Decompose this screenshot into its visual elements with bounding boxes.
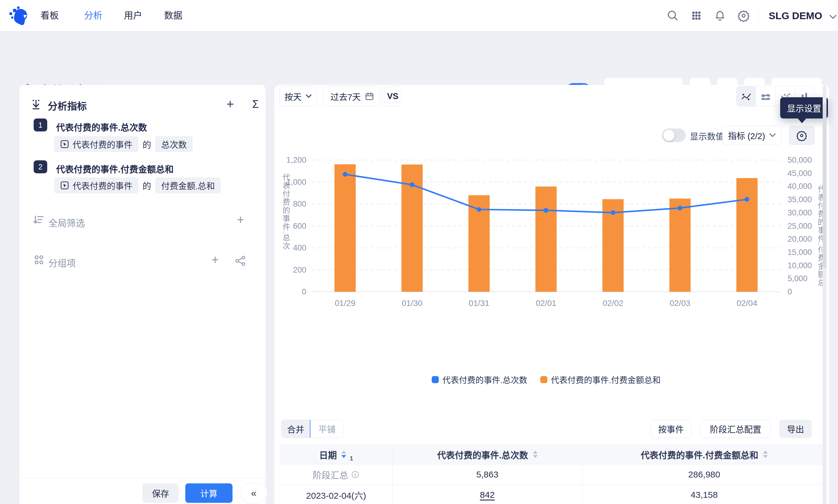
conjunction-text: 的 bbox=[142, 179, 151, 192]
table-header-row: 日期 1 代表付费的事件.总次数 代表付费的事件.付费金额总和 bbox=[280, 445, 826, 465]
settings-tooltip-arrow bbox=[797, 118, 807, 123]
svg-text:40,000: 40,000 bbox=[788, 182, 812, 191]
metric-definition-row: 代表付费的事件 的 总次数 bbox=[54, 136, 193, 152]
svg-text:02/01: 02/01 bbox=[535, 299, 556, 308]
chart-panel: 按天 过去7天 VS 显示设置 显示数值 bbox=[274, 85, 829, 504]
granularity-value: 按天 bbox=[285, 90, 302, 103]
chart-type-line-scatter[interactable] bbox=[736, 86, 756, 106]
svg-text:1,200: 1,200 bbox=[286, 156, 306, 164]
measure-chip[interactable]: 付费金额.总和 bbox=[155, 177, 221, 193]
display-settings-gear-icon bbox=[796, 129, 808, 141]
date-cell: 2023-02-04(六) bbox=[280, 485, 392, 504]
calendar-icon bbox=[365, 92, 374, 101]
count-cell: 842 bbox=[392, 485, 582, 504]
svg-text:5,000: 5,000 bbox=[788, 274, 808, 283]
metric-name[interactable]: 代表付费的事件.付费金额总和 bbox=[56, 162, 173, 175]
show-values-toggle[interactable] bbox=[662, 128, 686, 142]
share-group-icon[interactable] bbox=[235, 255, 246, 267]
chevron-down-icon bbox=[306, 94, 312, 98]
svg-text:20,000: 20,000 bbox=[788, 235, 812, 244]
svg-text:02/02: 02/02 bbox=[602, 299, 623, 308]
sort-icons bbox=[533, 451, 537, 458]
settings-gear-icon[interactable] bbox=[737, 9, 750, 22]
calculate-button[interactable]: 计算 bbox=[185, 483, 233, 503]
measure-chip-label: 付费金额.总和 bbox=[161, 179, 215, 192]
page-scrollbar[interactable] bbox=[823, 86, 826, 504]
app-logo-icon[interactable] bbox=[9, 5, 30, 26]
tab-flat[interactable]: 平铺 bbox=[310, 420, 343, 438]
nav-item-analysis[interactable]: 分析 bbox=[84, 0, 102, 31]
group-by-label: 分组项 bbox=[48, 256, 76, 269]
column-label: 日期 bbox=[319, 448, 337, 461]
date-range-picker[interactable]: 过去7天 bbox=[323, 86, 381, 106]
legend-item-count[interactable]: 代表付费的事件.总次数 bbox=[432, 374, 527, 385]
column-label: 代表付费的事件.付费金额总和 bbox=[640, 448, 758, 461]
column-header-date[interactable]: 日期 1 bbox=[280, 445, 392, 464]
collapse-panel-button[interactable]: « bbox=[240, 483, 267, 503]
tab-merge[interactable]: 合并 bbox=[281, 420, 310, 438]
display-settings-button[interactable] bbox=[789, 126, 815, 145]
column-header-amount[interactable]: 代表付费的事件.付费金额总和 bbox=[582, 445, 826, 464]
add-metric-button[interactable]: + bbox=[222, 97, 238, 112]
stage-summary-config-button[interactable]: 阶段汇总配置 bbox=[700, 420, 771, 438]
add-global-filter-button[interactable]: + bbox=[234, 213, 247, 227]
legend-label: 代表付费的事件.总次数 bbox=[442, 374, 527, 385]
date-value: 2023-02-04(六) bbox=[306, 488, 366, 501]
settings-tooltip: 显示设置 bbox=[780, 97, 828, 119]
svg-text:01/30: 01/30 bbox=[401, 299, 422, 308]
apps-grid-icon[interactable] bbox=[690, 9, 703, 22]
info-icon[interactable] bbox=[351, 470, 359, 479]
svg-text:50,000: 50,000 bbox=[788, 156, 812, 164]
legend-item-amount[interactable]: 代表付费的事件.付费金额总和 bbox=[540, 374, 661, 385]
global-filter-label: 全局筛选 bbox=[48, 216, 85, 229]
metric-selector-value: 指标 (2/2) bbox=[728, 129, 765, 142]
metrics-title: 分析指标 bbox=[48, 98, 87, 113]
event-chip[interactable]: 代表付费的事件 bbox=[54, 136, 138, 152]
granularity-dropdown[interactable]: 按天 bbox=[279, 86, 317, 106]
nav-item-data[interactable]: 数据 bbox=[164, 0, 182, 31]
metric-selector-dropdown[interactable]: 指标 (2/2) bbox=[722, 126, 781, 145]
export-button[interactable]: 导出 bbox=[779, 420, 812, 438]
save-button[interactable]: 保存 bbox=[142, 483, 178, 503]
add-group-by-button[interactable]: + bbox=[208, 253, 222, 267]
measure-chip[interactable]: 总次数 bbox=[155, 136, 193, 152]
legend-swatch-blue bbox=[432, 376, 439, 383]
svg-text:35,000: 35,000 bbox=[788, 195, 812, 204]
chevron-down-icon bbox=[829, 15, 837, 19]
page-header: 事件分析 近似计算 UTC+08:00 SQL 已存报表 bbox=[0, 31, 838, 85]
svg-text:02/03: 02/03 bbox=[669, 299, 690, 308]
count-link[interactable]: 842 bbox=[480, 490, 495, 500]
date-range-value: 过去7天 bbox=[330, 90, 361, 103]
nav-item-kanban[interactable]: 看板 bbox=[40, 0, 59, 31]
count-cell: 5,863 bbox=[392, 465, 582, 485]
combo-chart: 02004006008001,0001,20005,00010,00015,00… bbox=[274, 85, 829, 503]
svg-text:30,000: 30,000 bbox=[788, 209, 812, 217]
analysis-config-panel: 分析指标 + Σ 1 代表付费的事件.总次数 代表付费的事件 的 总次数 2 代… bbox=[19, 85, 266, 504]
workspace-name: SLG DEMO bbox=[769, 10, 822, 21]
vs-label: VS bbox=[387, 91, 399, 101]
event-chip[interactable]: 代表付费的事件 bbox=[54, 177, 138, 193]
column-header-count[interactable]: 代表付费的事件.总次数 bbox=[392, 445, 582, 464]
amount-value: 43,158 bbox=[691, 490, 718, 500]
global-filter-icon bbox=[33, 214, 45, 226]
sort-icons bbox=[763, 451, 768, 458]
settings-tooltip-text: 显示设置 bbox=[787, 102, 821, 114]
metric-name[interactable]: 代表付费的事件.总次数 bbox=[56, 120, 147, 133]
sum-formula-button[interactable]: Σ bbox=[248, 97, 263, 112]
nav-item-users[interactable]: 用户 bbox=[124, 0, 142, 31]
workspace-selector[interactable]: SLG DEMO bbox=[769, 0, 837, 31]
vs-compare-button[interactable]: VS bbox=[384, 86, 401, 106]
event-chip-label: 代表付费的事件 bbox=[73, 179, 133, 192]
svg-text:200: 200 bbox=[293, 266, 306, 274]
notifications-bell-icon[interactable] bbox=[714, 9, 726, 22]
metrics-header: 分析指标 + Σ bbox=[30, 97, 255, 112]
by-event-button[interactable]: 按事件 bbox=[651, 420, 691, 438]
svg-text:45,000: 45,000 bbox=[788, 169, 812, 178]
amount-cell: 286,980 bbox=[582, 465, 826, 485]
scrollbar-thumb[interactable] bbox=[823, 103, 826, 268]
event-cursor-icon bbox=[60, 181, 69, 190]
svg-text:01/29: 01/29 bbox=[335, 299, 355, 308]
chart-type-area[interactable] bbox=[756, 86, 775, 106]
search-icon[interactable] bbox=[666, 9, 679, 22]
metric-definition-row: 代表付费的事件 的 付费金额.总和 bbox=[54, 177, 221, 193]
